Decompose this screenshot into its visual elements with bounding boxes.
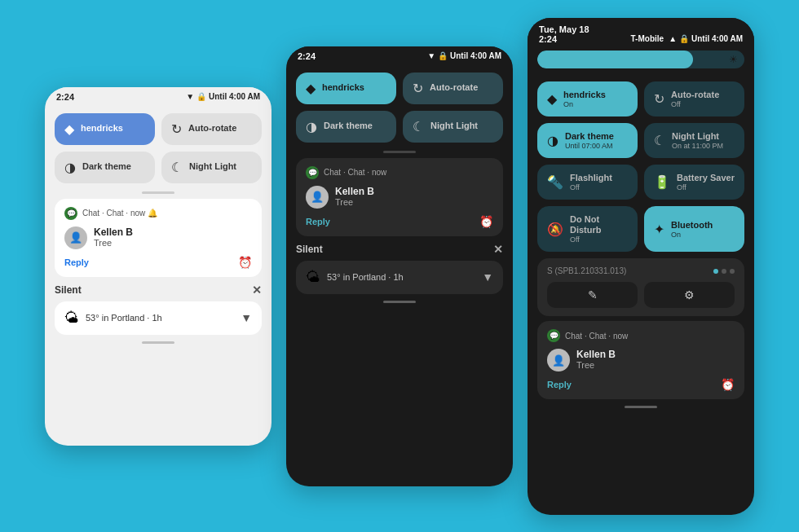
notif-body-2: 👤 Kellen B Tree bbox=[306, 186, 493, 209]
time-2: 2:24 bbox=[298, 51, 316, 61]
notif-content-2: Kellen B Tree bbox=[335, 186, 374, 207]
qs-sub-e3: Until 07:00 AM bbox=[565, 142, 614, 150]
qs-sub-e6: Off bbox=[677, 183, 735, 191]
notif-header-1: 💬 Chat · Chat · now 🔔 bbox=[64, 207, 252, 220]
wifi-icon-3: ▲ bbox=[669, 34, 677, 43]
reply-btn-1[interactable]: Reply bbox=[64, 257, 89, 267]
expand-btn-2[interactable]: ▼ bbox=[482, 270, 493, 284]
divider-1 bbox=[142, 191, 174, 194]
qs-grid-2: ◆ hendricks ↻ Auto-rotate ◑ Dark theme ☾… bbox=[286, 64, 513, 149]
qs-tile-hendricks-2[interactable]: ◆ hendricks bbox=[296, 73, 396, 104]
qs-sub-e7: Off bbox=[570, 235, 628, 244]
qs-grid-3: ◆ hendricks On ↻ Auto-rotate Off ◑ Dark … bbox=[528, 73, 754, 259]
notif-meta-1: Chat · Chat · now 🔔 bbox=[82, 209, 157, 218]
qs-tile-bluetooth-3[interactable]: ✦ Bluetooth On bbox=[644, 206, 744, 252]
weather-left-1: 🌤 53° in Portland · 1h bbox=[64, 310, 162, 327]
dark-qs-icon-3: ◑ bbox=[547, 133, 558, 148]
qs-tile-label-4: Night Light bbox=[189, 161, 236, 172]
status-bar-1: 2:24 ▼ 🔒 Until 4:00 AM bbox=[45, 87, 271, 105]
qs-tile-nightlight-3[interactable]: ☾ Night Light On at 11:00 PM bbox=[644, 123, 744, 158]
sender-name-3: Kellen B bbox=[576, 349, 616, 360]
qs-tile-nightlight-1[interactable]: ☾ Night Light bbox=[161, 152, 262, 183]
wifi-qs-icon-3: ◆ bbox=[547, 91, 557, 107]
time-1: 2:24 bbox=[56, 92, 74, 102]
qs-tile-hendricks-3[interactable]: ◆ hendricks On bbox=[537, 81, 638, 117]
dark-qs-icon-2: ◑ bbox=[306, 119, 317, 134]
brightness-icon-3: ☀ bbox=[729, 54, 738, 65]
status-bar-time-row: 2:24 T-Mobile ▲ 🔒 Until 4:00 AM bbox=[539, 34, 743, 44]
alarm-btn-2[interactable]: ⏰ bbox=[479, 215, 493, 228]
qs-tile-autorotate-1[interactable]: ↻ Auto-rotate bbox=[161, 113, 262, 145]
qs-tile-autorotate-2[interactable]: ↻ Auto-rotate bbox=[403, 73, 503, 104]
edit-btn-3[interactable]: ✎ bbox=[547, 282, 638, 308]
qs-tile-darktheme-1[interactable]: ◑ Dark theme bbox=[55, 152, 155, 183]
notif-header-3: 💬 Chat · Chat · now bbox=[547, 329, 735, 342]
wifi-qs-icon-1: ◆ bbox=[64, 121, 74, 137]
expand-btn-1[interactable]: ▼ bbox=[241, 311, 252, 324]
flashlight-qs-icon-3: 🔦 bbox=[547, 174, 563, 190]
qs-tile-dnd-3[interactable]: 🔕 Do Not Disturb Off bbox=[537, 206, 638, 252]
qs-tile-content-2: Auto-rotate Off bbox=[671, 90, 719, 108]
sender-name-2: Kellen B bbox=[335, 186, 374, 197]
qs-label-e7: Do Not Disturb bbox=[570, 214, 628, 235]
qs-tile-hendricks-1[interactable]: ◆ hendricks bbox=[55, 113, 155, 145]
carrier-3: T-Mobile bbox=[631, 34, 664, 43]
reply-btn-3[interactable]: Reply bbox=[547, 380, 572, 389]
message-1: Tree bbox=[94, 238, 133, 248]
wifi-qs-icon-2: ◆ bbox=[306, 81, 316, 96]
status-icons-2: ▼ 🔒 Until 4:00 AM bbox=[427, 51, 501, 60]
avatar-2: 👤 bbox=[306, 186, 329, 209]
qs-tile-label-d4: Night Light bbox=[430, 121, 478, 131]
notif-body-1: 👤 Kellen B Tree bbox=[64, 226, 252, 249]
time-3: 2:24 bbox=[539, 34, 557, 44]
qs-tile-label-3: Dark theme bbox=[82, 161, 131, 172]
avatar-1: 👤 bbox=[64, 226, 87, 249]
exp-bottom-3: S (SPB1.210331.013) ✎ ⚙ bbox=[537, 258, 744, 316]
qs-tile-batterysaver-3[interactable]: 🔋 Battery Saver Off bbox=[644, 165, 744, 200]
qs-tile-darktheme-2[interactable]: ◑ Dark theme bbox=[296, 111, 396, 143]
notif-actions-3: Reply ⏰ bbox=[547, 378, 735, 391]
lock-icon-3: 🔒 bbox=[679, 34, 689, 43]
alarm-btn-3[interactable]: ⏰ bbox=[721, 378, 735, 391]
reply-btn-2[interactable]: Reply bbox=[306, 217, 330, 226]
silent-header-2: Silent ✕ bbox=[296, 243, 503, 256]
qs-tile-content-8: Bluetooth On bbox=[671, 220, 713, 239]
qs-tile-label-1: hendricks bbox=[81, 123, 123, 134]
alarm-btn-1[interactable]: ⏰ bbox=[238, 256, 252, 269]
phone-frame-1: 2:24 ▼ 🔒 Until 4:00 AM ◆ hendricks ↻ Aut… bbox=[45, 87, 271, 446]
qs-tile-nightlight-2[interactable]: ☾ Night Light bbox=[403, 111, 503, 143]
qs-tile-label-d2: Auto-rotate bbox=[430, 82, 478, 93]
dnd-qs-icon-3: 🔕 bbox=[547, 222, 563, 237]
edit-icon-3: ✎ bbox=[588, 288, 598, 301]
settings-icon-3: ⚙ bbox=[684, 288, 695, 301]
notif-actions-2: Reply ⏰ bbox=[306, 215, 493, 228]
qs-tile-flashlight-3[interactable]: 🔦 Flashlight Off bbox=[537, 165, 638, 200]
settings-btn-3[interactable]: ⚙ bbox=[644, 282, 735, 308]
phone-frame-3: Tue, May 18 2:24 T-Mobile ▲ 🔒 Until 4:00… bbox=[528, 18, 754, 515]
dot-active-3 bbox=[713, 269, 718, 274]
battery-qs-icon-3: 🔋 bbox=[654, 174, 670, 190]
close-btn-1[interactable]: ✕ bbox=[252, 284, 262, 297]
notif-meta-2: Chat · Chat · now bbox=[324, 168, 386, 177]
qs-tile-content-6: Battery Saver Off bbox=[677, 173, 735, 191]
qs-tile-content-4: Night Light On at 11:00 PM bbox=[672, 131, 723, 150]
build-number-3: S (SPB1.210331.013) bbox=[547, 266, 626, 275]
night-qs-icon-1: ☾ bbox=[171, 160, 183, 175]
divider-2 bbox=[383, 151, 416, 153]
qs-label-e2: Auto-rotate bbox=[671, 90, 719, 100]
close-btn-2[interactable]: ✕ bbox=[493, 243, 503, 256]
status-bar-2: 2:24 ▼ 🔒 Until 4:00 AM bbox=[286, 46, 513, 64]
wifi-icon-2: ▼ bbox=[427, 51, 435, 60]
status-icons-3: T-Mobile ▲ 🔒 Until 4:00 AM bbox=[631, 34, 743, 44]
qs-tile-autorotate-3[interactable]: ↻ Auto-rotate Off bbox=[644, 81, 744, 117]
qs-tile-darktheme-3[interactable]: ◑ Dark theme Until 07:00 AM bbox=[537, 123, 638, 158]
silent-header-1: Silent ✕ bbox=[55, 284, 262, 297]
notif-body-3: 👤 Kellen B Tree bbox=[547, 349, 735, 372]
status-icons-1: ▼ 🔒 Until 4:00 AM bbox=[186, 92, 260, 101]
dark-qs-icon-1: ◑ bbox=[64, 160, 76, 175]
lock-icon-2: 🔒 bbox=[438, 51, 448, 60]
notif-card-2: 💬 Chat · Chat · now 👤 Kellen B Tree Repl… bbox=[296, 158, 503, 236]
silent-section-2: Silent ✕ 🌤 53° in Portland · 1h ▼ bbox=[296, 243, 503, 294]
brightness-bar-3[interactable]: ☀ bbox=[537, 51, 744, 68]
qs-tile-label-d3: Dark theme bbox=[324, 121, 373, 131]
